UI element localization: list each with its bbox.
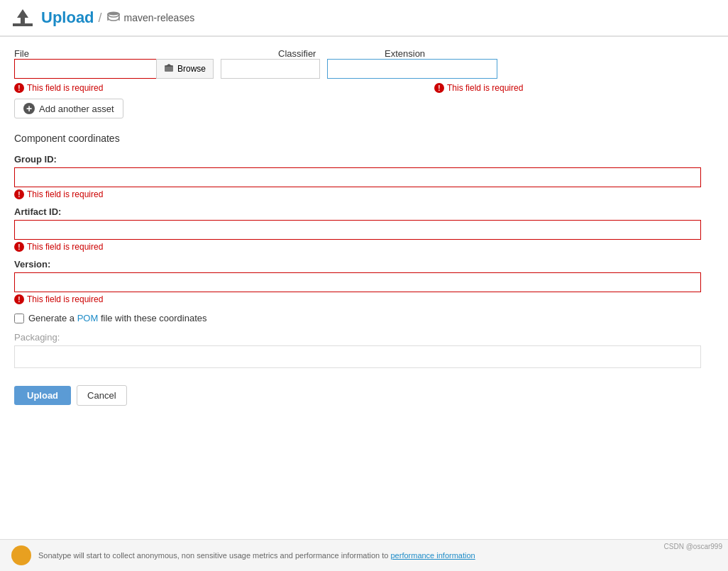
main-content: File Classifier Extension Browse: [0, 37, 724, 417]
breadcrumb-separator: /: [99, 11, 102, 26]
file-column-label: File: [14, 48, 271, 59]
form-buttons: Upload Cancel: [14, 385, 710, 406]
database-icon: [106, 11, 121, 25]
artifact-id-error-icon: !: [14, 242, 24, 252]
extension-section: [327, 59, 710, 79]
extension-column-label: Extension: [385, 48, 710, 59]
cancel-button[interactable]: Cancel: [77, 385, 126, 406]
packaging-group: Packaging:: [14, 332, 710, 368]
page-header: Upload / maven-releases: [0, 0, 728, 37]
file-input-row: Browse: [14, 59, 710, 79]
browse-button[interactable]: Browse: [156, 59, 214, 79]
artifact-id-error-text: This field is required: [27, 242, 103, 252]
extension-error-icon: !: [434, 83, 444, 93]
version-label: Version:: [14, 259, 710, 270]
version-input[interactable]: [14, 272, 701, 292]
generate-pom-checkbox[interactable]: [14, 314, 24, 323]
packaging-input[interactable]: [14, 345, 701, 368]
extension-error-text: This field is required: [447, 83, 523, 93]
extension-error-area: ! This field is required: [434, 83, 523, 93]
extension-error-message: ! This field is required: [434, 83, 523, 93]
repo-name: maven-releases: [124, 12, 195, 23]
svg-point-2: [108, 11, 119, 15]
svg-marker-1: [17, 9, 28, 23]
group-id-error-text: This field is required: [27, 189, 103, 199]
file-input-group: Browse: [14, 59, 214, 79]
file-error-icon: !: [14, 83, 24, 93]
version-group: Version: ! This field is required: [14, 259, 710, 304]
extension-label: Extension: [385, 48, 425, 59]
file-error-area: ! This field is required: [14, 83, 271, 93]
classifier-column-label: Classifier: [278, 48, 377, 59]
file-errors-row: ! This field is required ! This field is…: [14, 83, 710, 93]
breadcrumb: maven-releases: [106, 11, 195, 25]
group-id-error: ! This field is required: [14, 189, 710, 199]
version-error-icon: !: [14, 294, 24, 304]
classifier-section: [221, 59, 320, 79]
file-error-text: This field is required: [27, 83, 103, 93]
file-icon: [164, 63, 174, 75]
add-another-asset-button[interactable]: + Add another asset: [14, 99, 123, 118]
artifact-id-input[interactable]: [14, 220, 701, 240]
group-id-group: Group ID: ! This field is required: [14, 154, 710, 199]
artifact-id-group: Artifact ID: ! This field is required: [14, 206, 710, 252]
generate-pom-label: Generate a POM file with these coordinat…: [28, 313, 206, 323]
group-id-error-icon: !: [14, 189, 24, 199]
packaging-label: Packaging:: [14, 332, 710, 343]
version-error: ! This field is required: [14, 294, 710, 304]
file-row-headers: File Classifier Extension: [14, 48, 710, 59]
browse-label: Browse: [177, 64, 206, 74]
add-asset-label: Add another asset: [39, 104, 114, 114]
svg-rect-0: [13, 23, 33, 26]
artifact-id-label: Artifact ID:: [14, 206, 710, 217]
pom-link[interactable]: POM: [77, 313, 99, 323]
classifier-label: Classifier: [278, 48, 316, 59]
generate-pom-row: Generate a POM file with these coordinat…: [14, 313, 710, 323]
file-input[interactable]: [14, 59, 156, 79]
component-coordinates-section: Component coordinates Group ID: ! This f…: [14, 133, 710, 406]
group-id-label: Group ID:: [14, 154, 710, 165]
artifact-id-error: ! This field is required: [14, 242, 710, 252]
file-error-message: ! This field is required: [14, 83, 271, 93]
page-title: Upload: [41, 9, 94, 27]
classifier-input[interactable]: [221, 59, 320, 79]
upload-button[interactable]: Upload: [14, 386, 71, 405]
extension-input[interactable]: [327, 59, 497, 79]
plus-icon: +: [23, 103, 35, 114]
section-title: Component coordinates: [14, 133, 710, 144]
version-error-text: This field is required: [27, 294, 103, 304]
file-label: File: [14, 48, 29, 59]
file-section: Browse: [14, 59, 214, 79]
group-id-input[interactable]: [14, 167, 701, 187]
upload-icon: [11, 6, 34, 29]
